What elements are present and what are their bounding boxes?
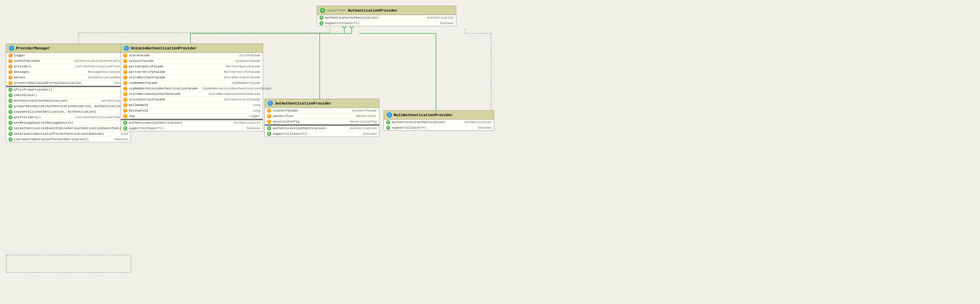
class-header-auth-provider: I «interface» AuthenticationProvider	[317, 6, 456, 15]
field-row: f providers List<AuthenticationProvider>	[6, 64, 130, 70]
method-name: supports(Class<?>)	[273, 132, 359, 136]
method-name: authenticate(Authentication)	[392, 120, 460, 124]
field-name: storeMerchantAuthInfoFacade	[129, 92, 204, 96]
field-row: f sysUserFacade SysUserFacade	[121, 59, 263, 64]
method-name: checkState()	[14, 93, 116, 97]
visibility-icon: f	[8, 59, 13, 63]
field-name: providers	[14, 65, 70, 68]
field-type: StoreMerchantFacade	[224, 76, 260, 79]
method-name: supports(Class<?>)	[392, 126, 474, 130]
class-methods-provider-manager: m afterPropertiesSet() void m checkState…	[6, 87, 130, 142]
field-row: f securityConfig SecurityConfig	[265, 119, 379, 124]
visibility-icon: f	[123, 114, 127, 118]
visibility-icon: f	[123, 70, 127, 74]
class-methods-jwt: m authenticate(Authentication) Authentic…	[265, 126, 379, 136]
field-name: sysUserFacade	[129, 59, 231, 63]
class-title: AuthenticationProvider	[348, 8, 398, 13]
field-type: StoreContractFacade	[224, 98, 260, 101]
method-return: Authentication	[465, 120, 492, 124]
field-type: Logger	[249, 114, 260, 118]
visibility-icon: f	[8, 54, 13, 57]
field-name: vipMemberFacade	[129, 81, 227, 85]
field-type: StoreMerchantAuthInfoFacade	[209, 92, 260, 96]
class-title: JwtAuthenticationProvider	[275, 101, 331, 106]
class-methods-auth-provider: m authenticate(Authentication) Authentic…	[317, 15, 456, 26]
method-row: m authenticate(Authentication) Authentic…	[121, 120, 263, 126]
class-methods-null: m authenticate(Authentication) Authentic…	[384, 120, 494, 130]
class-header-null: C NullAuthenticationProvider	[384, 111, 494, 120]
class-fields-provider-manager: f logger Log f eventPublisher Authentica…	[6, 53, 130, 86]
field-type: VipMemberUnionidAuthenticationFacade	[202, 87, 272, 90]
field-type: AuthenticationEventPublisher	[75, 59, 128, 63]
visibility-icon: f	[267, 109, 271, 112]
visibility-icon: f	[123, 65, 127, 68]
visibility-icon: f	[123, 87, 127, 90]
field-type: JWTVerifier	[355, 114, 377, 118]
method-return: boolean	[247, 127, 260, 130]
visibility-icon: f	[123, 103, 127, 107]
field-row: f eraseCredentialsAfterAuthentication bo…	[6, 81, 130, 86]
method-name: authenticate(Authentication)	[129, 121, 229, 125]
class-icon: C	[124, 46, 129, 51]
class-fields-unionid: f storeFacade StoreFacade f sysUserFacad…	[121, 53, 263, 119]
field-row: f storeMerchantAuthInfoFacade StoreMerch…	[121, 92, 263, 97]
visibility-icon: f	[123, 54, 127, 57]
method-name: isEraseCredentialsAfterAuthentication()	[14, 138, 110, 141]
field-name: storeContractFacade	[129, 98, 220, 101]
method-row: m authenticate(Authentication) Authentic…	[384, 120, 494, 125]
class-unionid-auth-provider: C UnionidAuthenticationProvider f storeF…	[121, 44, 263, 131]
field-name: eventPublisher	[14, 59, 70, 63]
visibility-icon: f	[123, 76, 127, 79]
visibility-icon: m	[320, 21, 323, 25]
method-row: m supports(Class<?>) boolean	[265, 131, 379, 136]
field-name: vipMemberUnionidAuthenticationFacade	[129, 87, 198, 90]
method-name: setMessageSource(MessageSource)	[14, 121, 116, 125]
method-row: m afterPropertiesSet() void	[6, 87, 130, 93]
field-name: storeFacade	[129, 54, 235, 57]
field-type: SecurityConfig	[350, 120, 377, 124]
field-row: f storeContractFacade StoreContractFacad…	[121, 97, 263, 103]
field-type: PartnerVerifyFacade	[224, 70, 260, 74]
method-row: m authenticate(Authentication) Authentic…	[265, 126, 379, 131]
field-name: belongToId	[129, 109, 248, 112]
class-icon: C	[387, 112, 392, 117]
visibility-icon: m	[8, 121, 13, 125]
visibility-icon: m	[386, 120, 390, 124]
class-methods-unionid: m authenticate(Authentication) Authentic…	[121, 120, 263, 131]
field-type: StoreFacade	[239, 54, 260, 57]
method-row: m authenticate(Authentication) Authentic…	[317, 15, 456, 21]
class-title: UnionidAuthenticationProvider	[131, 46, 196, 51]
class-header-unionid: C UnionidAuthenticationProvider	[121, 44, 263, 53]
visibility-icon: f	[123, 92, 127, 96]
svg-rect-0	[6, 255, 131, 272]
method-name: supports(Class<?>)	[325, 22, 436, 25]
method-row: m checkState() void	[6, 93, 130, 98]
stereotype-label: «interface»	[327, 9, 346, 12]
field-row: f eventPublisher AuthenticationEventPubl…	[6, 59, 130, 64]
method-name: authenticate(Authentication)	[325, 16, 423, 19]
method-name: setEraseCredentialsAfterAuthentication(b…	[14, 132, 116, 136]
class-icon: C	[268, 101, 273, 106]
class-title: NullAuthenticationProvider	[394, 113, 453, 117]
method-name: afterPropertiesSet()	[14, 88, 116, 92]
method-name: setAuthenticationEventPublisher(Authenti…	[14, 127, 131, 130]
field-type: PartnerQueryFacade	[226, 65, 260, 68]
visibility-icon: m	[386, 126, 390, 130]
field-type: List<AuthenticationProvider>	[75, 65, 128, 68]
visibility-icon: m	[8, 104, 13, 108]
field-row: f logger Log	[6, 53, 130, 59]
visibility-icon: m	[8, 132, 13, 136]
method-name: supports(Class<?>)	[129, 127, 243, 130]
visibility-icon: f	[123, 59, 127, 63]
field-type: SysUserFacade	[235, 59, 260, 63]
field-row: f mallWxmpId Long	[121, 103, 263, 108]
method-return: boolean	[478, 126, 492, 130]
method-name: copyDetails(Authentication, Authenticati…	[14, 110, 116, 114]
method-row: m getProviders() List<AuthenticationProv…	[6, 115, 130, 120]
method-name: authenticate(Authentication)	[273, 127, 345, 130]
visibility-icon: m	[320, 16, 323, 20]
visibility-icon: f	[8, 81, 13, 85]
visibility-icon: f	[267, 114, 271, 118]
visibility-icon: f	[8, 70, 13, 74]
visibility-icon: m	[267, 126, 271, 130]
